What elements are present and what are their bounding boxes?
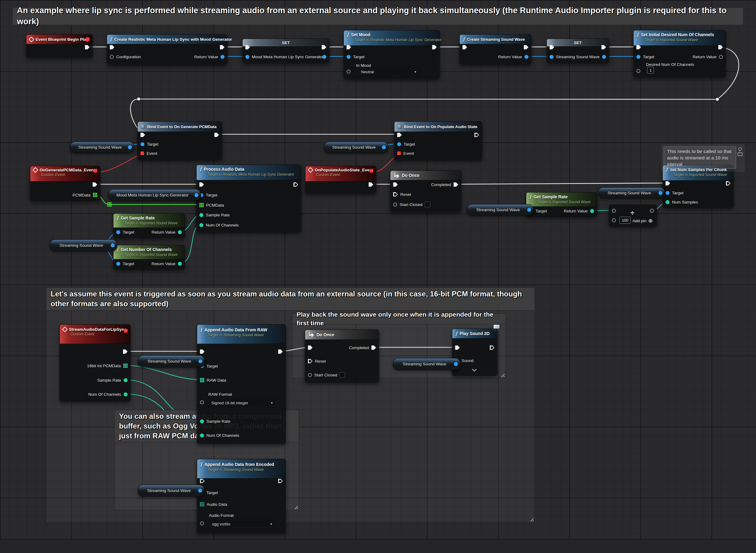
delegate-pin[interactable] <box>369 169 373 173</box>
var-pill-streaming-sound-wave[interactable]: Streaming Sound Wave <box>138 485 205 497</box>
exec-out-pin[interactable] <box>220 45 224 49</box>
node-do-once-1[interactable]: Do Once Completed Reset Start Closed <box>390 170 461 212</box>
num-samples-pin[interactable] <box>666 200 670 204</box>
return-value-pin[interactable] <box>590 209 594 213</box>
var-out-pin[interactable] <box>382 145 386 149</box>
var-pill-streaming-sound-wave[interactable]: Streaming Sound Wave <box>324 142 388 153</box>
exec-out-pin[interactable] <box>369 182 373 187</box>
return-value-pin[interactable] <box>178 262 182 266</box>
node-do-once-2[interactable]: Do Once Completed Reset Start Closed <box>305 329 379 383</box>
exec-in-pin[interactable] <box>200 349 205 354</box>
exec-in-pin[interactable] <box>636 45 641 49</box>
return-value-pin[interactable] <box>178 230 182 234</box>
var-out-pin[interactable] <box>198 359 202 363</box>
target-pin[interactable] <box>397 142 401 146</box>
node-get-number-of-channels[interactable]: ƒ Get Number Of Channels Target is Impor… <box>113 245 185 269</box>
comment-lets-assume[interactable]: Let's assume this event is triggered as … <box>46 287 535 311</box>
audio-format-dropdown[interactable]: ogg vorbis▾ <box>209 519 275 529</box>
node-set-num-samples-per-chunk[interactable]: ƒ Set Num Samples Per Chunk Target is Im… <box>663 165 734 208</box>
var-pill-streaming-sound-wave[interactable]: Streaming Sound Wave <box>467 204 534 216</box>
exec-out-pin[interactable] <box>278 349 283 354</box>
exec-in-pin[interactable] <box>245 45 250 49</box>
node-append-audio-from-raw[interactable]: ƒ Append Audio Data From RAW Target is S… <box>197 324 286 444</box>
reset-pin[interactable] <box>308 359 313 363</box>
exec-out-pin[interactable] <box>93 182 97 187</box>
var-out-pin[interactable] <box>128 145 132 149</box>
raw-format-dropdown[interactable]: Signed 16-bit integer▾ <box>208 398 276 407</box>
reroute-node[interactable] <box>137 97 140 100</box>
sample-rate-pin[interactable] <box>200 419 204 423</box>
var-in-pin[interactable] <box>245 55 249 59</box>
raw-format-pin[interactable] <box>200 400 204 404</box>
num-channels-pin[interactable] <box>124 392 128 396</box>
completed-pin[interactable] <box>454 182 458 187</box>
node-set-streaming-wave-var[interactable]: SET Streaming Sound Wave <box>547 38 609 63</box>
node-set-mood-generator-var[interactable]: SET Mood Meta Human Lip Sync Generator <box>242 38 329 63</box>
var-out-pin[interactable] <box>111 243 115 247</box>
delegate-pin[interactable] <box>124 329 128 333</box>
exec-in-pin[interactable] <box>308 345 313 350</box>
delegate-pin[interactable] <box>93 169 97 173</box>
add-pin-button[interactable]: Add pin⊕ <box>632 218 652 224</box>
pcmdata-array-pin[interactable] <box>199 203 204 207</box>
exec-out-pin[interactable] <box>524 45 529 49</box>
desired-num-input[interactable]: 1 <box>647 67 654 74</box>
var-out-pin[interactable] <box>602 55 606 59</box>
event-delegate-pin[interactable] <box>397 151 401 155</box>
exec-out-pin[interactable] <box>293 182 298 187</box>
target-pin[interactable] <box>116 230 120 234</box>
exec-out-pin[interactable] <box>214 133 219 137</box>
start-closed-checkbox[interactable] <box>425 202 430 207</box>
node-process-audio-data[interactable]: ƒ Process Audio Data Target is Realistic… <box>196 165 301 232</box>
comment-banner[interactable]: An example where lip sync is performed w… <box>12 7 743 25</box>
node-get-sample-rate-1[interactable]: ƒ Get Sample Rate Target is Imported Sou… <box>113 213 185 238</box>
target-pin[interactable] <box>140 142 144 146</box>
exec-out-pin[interactable] <box>602 45 606 49</box>
blueprint-graph[interactable]: An example where lip sync is performed w… <box>0 0 756 553</box>
target-pin[interactable] <box>636 55 640 59</box>
target-pin[interactable] <box>116 262 120 266</box>
expand-advanced-chevron[interactable] <box>472 367 477 372</box>
node-play-sound-2d[interactable]: ƒ Play Sound 2D Sound <box>452 329 497 376</box>
node-create-lipsync-generator[interactable]: ƒ Create Realistic Meta Human Lip Sync w… <box>107 34 227 65</box>
node-event-begin-play[interactable]: Event Blueprint Begin Play <box>26 34 93 58</box>
var-out-pin[interactable] <box>659 191 663 195</box>
node-comment-bubble[interactable]: This needs to be called so that audio is… <box>662 145 744 171</box>
var-pill-streaming-sound-wave[interactable]: Streaming Sound Wave <box>393 358 460 370</box>
exec-in-pin[interactable] <box>140 133 145 137</box>
node-append-audio-from-encoded[interactable]: ƒ Append Audio Data from Encoded Target … <box>197 459 286 533</box>
exec-out-pin[interactable] <box>322 45 326 49</box>
start-closed-pin[interactable] <box>393 203 397 207</box>
exec-in-pin[interactable] <box>199 182 204 187</box>
event-delegate-pin[interactable] <box>140 151 144 155</box>
raw-data-array-pin[interactable] <box>200 378 204 382</box>
num-channels-pin[interactable] <box>199 223 203 227</box>
reroute-node[interactable] <box>716 98 719 101</box>
pcm16-array-pin[interactable] <box>123 364 128 368</box>
var-out-pin[interactable] <box>322 55 326 59</box>
var-out-pin[interactable] <box>454 362 458 366</box>
exec-in-pin[interactable] <box>463 45 467 49</box>
desired-num-pin[interactable] <box>636 69 640 73</box>
audio-data-array-pin[interactable] <box>200 502 204 506</box>
return-value-pin[interactable] <box>719 55 723 59</box>
var-pill-streaming-sound-wave[interactable]: Streaming Sound Wave <box>138 355 205 367</box>
exec-out-pin[interactable] <box>726 181 731 185</box>
exec-in-pin[interactable] <box>455 345 460 350</box>
node-bind-event-populate-audio-state[interactable]: Bind Event to On Populate Audio State Ta… <box>394 122 482 160</box>
configuration-pin[interactable] <box>110 55 114 59</box>
node-bind-event-generate-pcmdata[interactable]: Bind Event to On Generate PCMData Target… <box>137 122 222 160</box>
comment-play-back[interactable]: Play back the sound wave only once when … <box>292 313 506 324</box>
node-stream-audio-event[interactable]: StreamAudioDataForLipSync Custom Event 1… <box>60 324 131 402</box>
node-create-streaming-sound-wave[interactable]: ƒ Create Streaming Sound Wave Return Val… <box>460 34 532 64</box>
completed-pin[interactable] <box>371 345 376 350</box>
exec-in-pin[interactable] <box>550 45 554 49</box>
var-pill-streaming-sound-wave[interactable]: Streaming Sound Wave <box>598 187 665 198</box>
start-closed-checkbox[interactable] <box>340 372 345 378</box>
bubble-icon[interactable] <box>738 152 743 156</box>
exec-in-pin[interactable] <box>200 479 205 483</box>
var-in-pin[interactable] <box>550 55 554 59</box>
node-onpopulate-audiostate-event[interactable]: OnPopulateAudioState_Event Custom Event <box>305 166 376 193</box>
divisor-pin[interactable] <box>612 218 616 222</box>
pcmdata-array-pin[interactable] <box>93 193 97 197</box>
